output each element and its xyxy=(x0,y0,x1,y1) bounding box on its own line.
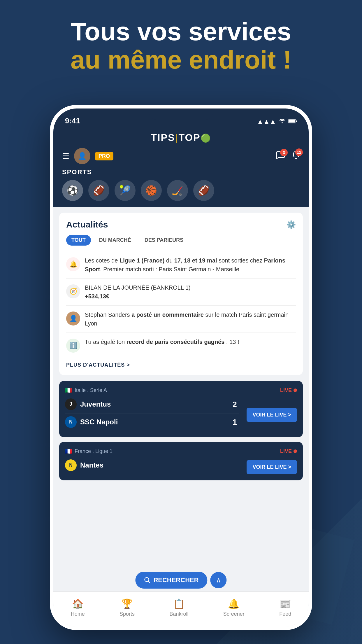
header-section: Tous vos services au même endroit ! xyxy=(0,18,362,74)
team1-row-2: N Nantes xyxy=(65,459,239,471)
nav-screener[interactable]: 🔔 Screener xyxy=(223,598,245,617)
status-time: 9:41 xyxy=(65,116,80,125)
tabs-row: TOUT DU MARCHÉ DES PARIEURS xyxy=(66,235,296,246)
live-dot-2 xyxy=(294,449,297,453)
sport-icon-football[interactable]: 🏈 xyxy=(88,180,109,201)
juventus-score: 2 xyxy=(230,400,239,409)
header-line2: au même endroit ! xyxy=(23,46,339,74)
league-info-1: 🇮🇹 Italie . Serie A xyxy=(65,387,107,394)
news-text-3: Stephan Sanders a posté un commmentaire … xyxy=(85,310,296,328)
news-avatar-icon: 👤 xyxy=(66,312,80,326)
napoli-logo: N xyxy=(65,416,77,428)
live-match-2: 🇫🇷 France . Ligue 1 LIVE N xyxy=(59,442,303,480)
nav-home[interactable]: 🏠 Home xyxy=(71,598,85,617)
search-button[interactable]: RECHERCHER xyxy=(135,572,207,589)
sport-icon-tennis[interactable]: 🎾 xyxy=(115,180,136,201)
logo-dot: 🟢 xyxy=(201,134,211,143)
news-item-1: 🔔 Les cotes de Ligue 1 (France) du 17, 1… xyxy=(66,251,296,279)
search-label: RECHERCHER xyxy=(153,576,198,584)
bankroll-icon: 📋 xyxy=(173,598,185,609)
nav-feed-label: Feed xyxy=(279,611,291,617)
voir-live-btn-1[interactable]: VOIR LE LIVE > xyxy=(247,408,297,422)
messages-icon-btn[interactable]: 3 xyxy=(276,151,285,161)
news-text-4: Tu as égalé ton record de paris consécut… xyxy=(85,337,296,346)
team1-info-1: J Juventus xyxy=(65,398,230,410)
header-line1: Tous vos services xyxy=(23,18,339,46)
nav-bankroll-label: Bankroll xyxy=(169,611,188,617)
hamburger-icon[interactable]: ☰ xyxy=(62,151,69,161)
svg-point-0 xyxy=(282,122,283,123)
france-flag: 🇫🇷 xyxy=(65,448,72,455)
napoli-score: 1 xyxy=(230,418,239,427)
pro-badge: PRO xyxy=(95,152,113,160)
league-name-2: France . Ligue 1 xyxy=(75,448,113,454)
sports-icon: 🏆 xyxy=(121,598,133,609)
nav-sports-label: Sports xyxy=(120,611,135,617)
app-header: TIPS|TOP🟢 ☰ 👤 PRO 3 xyxy=(53,129,309,207)
news-item-3: 👤 Stephan Sanders a posté un commmentair… xyxy=(66,306,296,333)
sports-section-label: SPORTS xyxy=(62,168,300,176)
sport-icon-other[interactable]: 🏈 xyxy=(193,180,214,201)
notifications-icon-btn[interactable]: 12 xyxy=(292,151,300,162)
app-logo: TIPS|TOP🟢 xyxy=(62,132,300,143)
napoli-name: SSC Napoli xyxy=(80,418,118,426)
news-item-4: ℹ️ Tu as égalé ton record de paris consé… xyxy=(66,333,296,357)
settings-icon[interactable]: ⚙️ xyxy=(287,220,296,229)
news-bell-icon: 🔔 xyxy=(66,257,80,271)
wifi-icon xyxy=(279,118,285,125)
live-badge-1: LIVE xyxy=(280,387,297,393)
sport-icon-soccer[interactable]: ⚽ xyxy=(62,180,83,201)
sports-icons-row: ⚽ 🏈 🎾 🏀 🏒 🏈 xyxy=(62,180,300,201)
nantes-name: Nantes xyxy=(80,461,103,469)
team2-info-1: N SSC Napoli xyxy=(65,416,230,428)
chevron-up-button[interactable]: ∧ xyxy=(210,572,227,588)
voir-live-btn-2[interactable]: VOIR LE LIVE > xyxy=(247,460,297,474)
actualites-header: Actualités ⚙️ xyxy=(66,220,296,230)
home-icon: 🏠 xyxy=(72,598,84,609)
tab-tout[interactable]: TOUT xyxy=(66,235,91,246)
phone-notch xyxy=(149,108,213,120)
news-item-2: 🧭 BILAN DE LA JOURNÉE (BANKROLL 1) :+534… xyxy=(66,279,296,306)
juventus-logo: J xyxy=(65,398,77,410)
nav-bankroll[interactable]: 📋 Bankroll xyxy=(169,598,188,617)
italy-flag: 🇮🇹 xyxy=(65,387,72,394)
tab-des-parieurs[interactable]: DES PARIEURS xyxy=(139,235,189,246)
juventus-name: Juventus xyxy=(80,400,111,408)
phone-inner: 9:41 ▲▲▲ xyxy=(53,108,309,626)
live-match-1-header: 🇮🇹 Italie . Serie A LIVE xyxy=(65,387,297,394)
news-text-1: Les cotes de Ligue 1 (France) du 17, 18 … xyxy=(85,256,296,274)
phone-mockup: 9:41 ▲▲▲ xyxy=(50,105,312,630)
svg-rect-2 xyxy=(296,120,297,122)
screener-icon: 🔔 xyxy=(228,598,240,609)
app-nav-row: ☰ 👤 PRO 3 xyxy=(62,148,300,164)
more-link[interactable]: PLUS D'ACTUALITÉS > xyxy=(66,362,296,368)
live-badge-2: LIVE xyxy=(280,448,297,454)
status-icons: ▲▲▲ xyxy=(257,118,297,125)
nav-sports[interactable]: 🏆 Sports xyxy=(120,598,135,617)
sport-icon-basketball[interactable]: 🏀 xyxy=(141,180,162,201)
nav-right: 3 12 xyxy=(276,151,300,162)
nav-feed[interactable]: 📰 Feed xyxy=(279,598,291,617)
bottom-nav: 🏠 Home 🏆 Sports 📋 Bankroll 🔔 Screener 📰 xyxy=(53,592,309,626)
feed-icon: 📰 xyxy=(280,598,291,609)
sport-icon-hockey[interactable]: 🏒 xyxy=(167,180,188,201)
live-match-2-header: 🇫🇷 France . Ligue 1 LIVE xyxy=(65,448,297,455)
team1-row-1: J Juventus 2 xyxy=(65,398,239,410)
svg-rect-3 xyxy=(289,120,295,123)
nav-screener-label: Screener xyxy=(223,611,245,617)
actualites-card: Actualités ⚙️ TOUT DU MARCHÉ DES PARIEUR… xyxy=(59,213,303,375)
live-match-1: 🇮🇹 Italie . Serie A LIVE J xyxy=(59,381,303,437)
phone-outer: 9:41 ▲▲▲ xyxy=(50,105,312,630)
news-text-2: BILAN DE LA JOURNÉE (BANKROLL 1) :+534,1… xyxy=(85,283,296,301)
main-content: Actualités ⚙️ TOUT DU MARCHÉ DES PARIEUR… xyxy=(53,207,309,626)
avatar[interactable]: 👤 xyxy=(74,148,90,164)
signal-icon: ▲▲▲ xyxy=(257,118,276,125)
nav-left: ☰ 👤 PRO xyxy=(62,148,113,164)
notification-badge: 12 xyxy=(295,148,303,156)
tab-du-marche[interactable]: DU MARCHÉ xyxy=(94,235,136,246)
battery-icon xyxy=(288,118,297,125)
live-dot-1 xyxy=(294,388,297,392)
news-info-icon: ℹ️ xyxy=(66,339,80,353)
search-bar: RECHERCHER ∧ xyxy=(135,572,226,589)
league-name-1: Italie . Serie A xyxy=(75,387,107,393)
